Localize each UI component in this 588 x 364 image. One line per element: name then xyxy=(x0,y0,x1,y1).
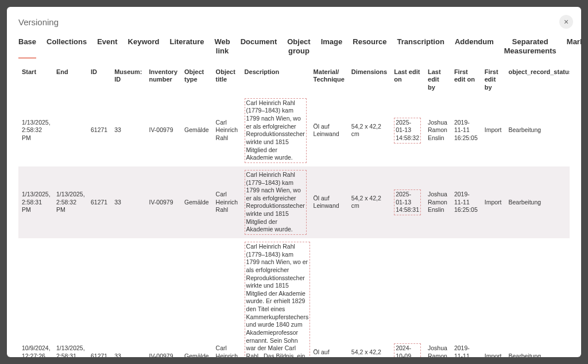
col-inventory-number: Inventory number xyxy=(145,65,181,95)
cell-last-edit-by: Joshua Ramon Enslin xyxy=(424,95,451,166)
col-first-edit-by: First edit by xyxy=(481,65,505,95)
col-record-status: object_record_status xyxy=(505,65,570,95)
cell-id: 61271 xyxy=(87,166,111,238)
cell-inventory-number: IV-00979 xyxy=(145,95,181,166)
cell-dimensions: 54,2 x 42,2 cm xyxy=(348,238,390,357)
col-end: End xyxy=(53,65,87,95)
cell-last-edit-on: 2025-01-13 14:58:32 xyxy=(390,95,424,166)
table-scroll[interactable]: Start End ID Museum: ID Inventory number… xyxy=(18,65,570,357)
tab-bar: BaseCollectionsEventKeywordLiteratureWeb… xyxy=(18,37,570,59)
close-button[interactable]: × xyxy=(559,15,573,29)
col-first-edit-on: First edit on xyxy=(451,65,481,95)
table-row[interactable]: 10/9/2024, 12:27:26 AM1/13/2025, 2:58:31… xyxy=(18,238,570,357)
cell-first-edit-by: Import xyxy=(481,95,505,166)
col-object-title: Object title xyxy=(212,65,241,95)
table-row[interactable]: 1/13/2025, 2:58:32 PM6127133IV-00979Gemä… xyxy=(18,95,570,166)
cell-description: Carl Heinrich Rahl (1779–1843) kam 1799 … xyxy=(241,166,310,238)
cell-id: 61271 xyxy=(87,238,111,357)
cell-description: Carl Heinrich Rahl (1779–1843) kam 1799 … xyxy=(241,238,310,357)
tab-resource[interactable]: Resource xyxy=(353,37,386,59)
cell-end: 1/13/2025, 2:58:31 PM xyxy=(53,238,87,357)
cell-last-edit-on: 2025-01-13 14:58:31 xyxy=(390,166,424,238)
tab-literature[interactable]: Literature xyxy=(169,37,204,59)
cell-start: 10/9/2024, 12:27:26 AM xyxy=(18,238,53,357)
tab-object-group[interactable]: Objectgroup xyxy=(287,37,310,59)
col-id: ID xyxy=(87,65,111,95)
cell-museum-id: 33 xyxy=(111,166,145,238)
cell-first-edit-on: 2019-11-11 16:25:05 xyxy=(451,95,481,166)
cell-object-title: Carl Heinrich Rahl xyxy=(212,238,241,357)
cell-record-status: Bearbeitung xyxy=(505,166,570,238)
cell-dimensions: 54,2 x 42,2 cm xyxy=(348,95,390,166)
tab-keyword[interactable]: Keyword xyxy=(128,37,160,59)
cell-first-edit-by: Import xyxy=(481,166,505,238)
col-start: Start xyxy=(18,65,53,95)
tab-collections[interactable]: Collections xyxy=(47,37,87,59)
cell-start: 1/13/2025, 2:58:32 PM xyxy=(18,95,53,166)
col-object-type: Object type xyxy=(181,65,212,95)
cell-start: 1/13/2025, 2:58:31 PM xyxy=(18,166,53,238)
cell-object-title: Carl Heinrich Rahl xyxy=(212,166,241,238)
tab-event[interactable]: Event xyxy=(97,37,117,59)
col-description: Description xyxy=(241,65,310,95)
cell-first-edit-on: 2019-11-11 16:25:05 xyxy=(451,238,481,357)
cell-object-type: Gemälde xyxy=(181,238,212,357)
tab-image[interactable]: Image xyxy=(321,37,343,59)
cell-description: Carl Heinrich Rahl (1779–1843) kam 1799 … xyxy=(241,95,310,166)
col-last-edit-on: Last edit on xyxy=(390,65,424,95)
tab-web-link[interactable]: Weblink xyxy=(214,37,230,59)
tab-separated-measurements[interactable]: SeparatedMeasurements xyxy=(504,37,556,59)
cell-inventory-number: IV-00979 xyxy=(145,166,181,238)
cell-museum-id: 33 xyxy=(111,95,145,166)
cell-first-edit-by: Import xyxy=(481,238,505,357)
cell-object-type: Gemälde xyxy=(181,166,212,238)
cell-id: 61271 xyxy=(87,95,111,166)
cell-last-edit-by: Joshua Ramon Enslin xyxy=(424,166,451,238)
cell-museum-id: 33 xyxy=(111,238,145,357)
cell-first-edit-on: 2019-11-11 16:25:05 xyxy=(451,166,481,238)
table-row[interactable]: 1/13/2025, 2:58:31 PM1/13/2025, 2:58:32 … xyxy=(18,166,570,238)
cell-dimensions: 54,2 x 42,2 cm xyxy=(348,166,390,238)
cell-material: Öl auf Leinwand xyxy=(310,166,348,238)
cell-material: Öl auf Leinwand xyxy=(310,95,348,166)
versioning-modal: × Versioning BaseCollectionsEventKeyword… xyxy=(7,7,581,357)
cell-material: Öl auf Leinwand xyxy=(310,238,348,357)
tab-document[interactable]: Document xyxy=(241,37,277,59)
tab-transcription[interactable]: Transcription xyxy=(397,37,444,59)
col-museum-id: Museum: ID xyxy=(111,65,145,95)
table-header-row: Start End ID Museum: ID Inventory number… xyxy=(18,65,570,95)
cell-record-status: Bearbeitung xyxy=(505,95,570,166)
cell-last-edit-by: Joshua Ramon Enslin xyxy=(424,238,451,357)
cell-record-status: Bearbeitung xyxy=(505,238,570,357)
col-dimensions: Dimensions xyxy=(348,65,390,95)
tab-addendum[interactable]: Addendum xyxy=(455,37,494,59)
col-material: Material/ Technique xyxy=(310,65,348,95)
cell-last-edit-on: 2024-10-09 00:27:26 xyxy=(390,238,424,357)
version-table: Start End ID Museum: ID Inventory number… xyxy=(18,65,570,357)
cell-object-type: Gemälde xyxy=(181,95,212,166)
cell-end xyxy=(53,95,87,166)
cell-end: 1/13/2025, 2:58:32 PM xyxy=(53,166,87,238)
cell-inventory-number: IV-00979 xyxy=(145,238,181,357)
tab-base[interactable]: Base xyxy=(18,37,36,59)
cell-object-title: Carl Heinrich Rahl xyxy=(212,95,241,166)
modal-title: Versioning xyxy=(18,17,570,27)
tab-markings[interactable]: Markings xyxy=(567,37,581,59)
col-last-edit-by: Last edit by xyxy=(424,65,451,95)
